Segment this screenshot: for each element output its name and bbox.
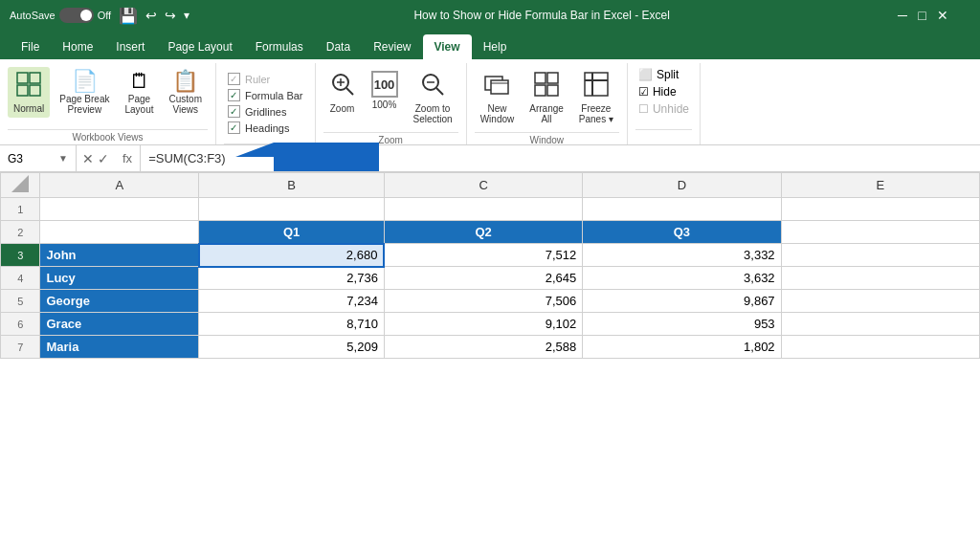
zoom-button[interactable]: Zoom — [323, 67, 362, 118]
cell-e5[interactable] — [781, 290, 979, 313]
ruler-label: Ruler — [245, 74, 270, 85]
cell-a3[interactable]: John — [40, 244, 199, 267]
cell-b6[interactable]: 8,710 — [199, 313, 385, 336]
cell-a5[interactable]: George — [40, 290, 199, 313]
page-layout-button[interactable]: 🗒 PageLayout — [120, 67, 160, 119]
cell-b2[interactable]: Q1 — [199, 221, 385, 244]
close-icon[interactable]: ✕ — [937, 8, 948, 23]
tab-formulas[interactable]: Formulas — [244, 34, 315, 59]
new-window-button[interactable]: NewWindow — [475, 67, 521, 128]
headings-checkbox[interactable]: ✓ — [228, 121, 240, 134]
normal-view-button[interactable]: Normal — [8, 67, 50, 118]
cell-b5[interactable]: 7,234 — [199, 290, 385, 313]
cancel-formula-icon[interactable]: ✕ — [82, 151, 94, 166]
page-break-preview-button[interactable]: 📄 Page BreakPreview — [54, 67, 115, 119]
new-window-icon — [483, 71, 510, 101]
col-header-d[interactable]: D — [583, 173, 781, 198]
cell-e6[interactable] — [781, 313, 979, 336]
cell-b7[interactable]: 5,209 — [199, 336, 385, 359]
title-bar: AutoSave Off 💾 ↩ ↪ ▾ How to Show or Hide… — [0, 0, 980, 31]
cell-c1[interactable] — [384, 198, 582, 221]
cell-d1[interactable] — [583, 198, 781, 221]
svg-rect-14 — [535, 73, 546, 83]
cell-d4[interactable]: 3,632 — [583, 267, 781, 290]
freeze-panes-label: FreezePanes ▾ — [579, 103, 613, 124]
table-row: 3 John 2,680 7,512 3,332 — [1, 244, 980, 267]
custom-views-button[interactable]: 📋 CustomViews — [164, 67, 208, 119]
unhide-label: Unhide — [653, 102, 689, 116]
cell-b4[interactable]: 2,736 — [199, 267, 385, 290]
cell-a6[interactable]: Grace — [40, 313, 199, 336]
svg-rect-1 — [30, 73, 40, 83]
cell-a2[interactable] — [40, 221, 199, 244]
cell-c2[interactable]: Q2 — [384, 221, 582, 244]
ruler-row[interactable]: ✓ Ruler — [228, 73, 303, 85]
autosave-toggle[interactable]: AutoSave Off — [10, 8, 111, 23]
maximize-icon[interactable]: □ — [918, 8, 925, 23]
cell-d6[interactable]: 953 — [583, 313, 781, 336]
hide-button[interactable]: ☑ Hide — [635, 84, 679, 99]
row-num-3: 3 — [1, 244, 40, 267]
cell-d7[interactable]: 1,802 — [583, 336, 781, 359]
svg-line-5 — [346, 88, 353, 95]
tab-data[interactable]: Data — [315, 34, 362, 59]
split-button[interactable]: ⬜ Split — [635, 67, 681, 82]
formula-bar-checkbox[interactable]: ✓ — [228, 89, 240, 101]
cell-a7[interactable]: Maria — [40, 336, 199, 359]
zoom-100-button[interactable]: 100 100% — [366, 67, 404, 114]
tab-review[interactable]: Review — [362, 34, 422, 59]
col-header-b[interactable]: B — [199, 173, 385, 198]
formula-bar-row[interactable]: ✓ Formula Bar — [228, 89, 303, 101]
svg-rect-2 — [17, 85, 28, 96]
zoom-icon — [329, 71, 356, 101]
save-icon[interactable]: 💾 — [119, 7, 138, 25]
zoom-group: Zoom 100 100% Zoom toSelection — [316, 63, 467, 144]
cell-e3[interactable] — [781, 244, 979, 267]
cell-b1[interactable] — [199, 198, 385, 221]
minimize-icon[interactable]: ─ — [898, 8, 907, 23]
cell-c4[interactable]: 2,645 — [384, 267, 582, 290]
col-header-e[interactable]: E — [781, 173, 979, 198]
svg-rect-3 — [30, 85, 40, 96]
autosave-switch[interactable] — [59, 8, 94, 23]
cell-a1[interactable] — [40, 198, 199, 221]
fx-label: fx — [115, 145, 141, 171]
unhide-button[interactable]: ☐ Unhide — [635, 101, 692, 117]
cell-c3[interactable]: 7,512 — [384, 244, 582, 267]
col-header-c[interactable]: C — [384, 173, 582, 198]
tab-file[interactable]: File — [10, 34, 51, 59]
name-box-dropdown[interactable]: ▼ — [58, 153, 68, 164]
gridlines-row[interactable]: ✓ Gridlines — [228, 105, 303, 118]
row-num-4: 4 — [1, 267, 40, 290]
undo-icon[interactable]: ↩ — [145, 8, 157, 23]
cell-d2[interactable]: Q3 — [583, 221, 781, 244]
tab-home[interactable]: Home — [51, 34, 104, 59]
cell-d3[interactable]: 3,332 — [583, 244, 781, 267]
col-header-a[interactable]: A — [40, 173, 199, 198]
cell-e4[interactable] — [781, 267, 979, 290]
cell-c5[interactable]: 7,506 — [384, 290, 582, 313]
arrange-all-button[interactable]: ArrangeAll — [523, 67, 569, 128]
zoom-to-selection-button[interactable]: Zoom toSelection — [408, 67, 458, 128]
headings-row[interactable]: ✓ Headings — [228, 121, 303, 134]
cell-d5[interactable]: 9,867 — [583, 290, 781, 313]
ruler-checkbox[interactable]: ✓ — [228, 73, 240, 85]
freeze-panes-button[interactable]: FreezePanes ▾ — [573, 67, 619, 128]
cell-e7[interactable] — [781, 336, 979, 359]
tab-view[interactable]: View — [423, 34, 472, 59]
gridlines-checkbox[interactable]: ✓ — [228, 105, 240, 118]
cell-e1[interactable] — [781, 198, 979, 221]
cell-e2[interactable] — [781, 221, 979, 244]
tab-page-layout[interactable]: Page Layout — [156, 34, 243, 59]
cell-c6[interactable]: 9,102 — [384, 313, 582, 336]
cell-c7[interactable]: 2,588 — [384, 336, 582, 359]
window-right-group: ⬜ Split ☑ Hide ☐ Unhide — [628, 63, 701, 144]
tab-help[interactable]: Help — [472, 34, 519, 59]
redo-icon[interactable]: ↪ — [165, 8, 176, 23]
svg-rect-18 — [585, 73, 608, 96]
confirm-formula-icon[interactable]: ✓ — [98, 151, 109, 166]
tab-insert[interactable]: Insert — [104, 34, 156, 59]
cell-b3[interactable]: 2,680 — [199, 244, 385, 267]
cell-a4[interactable]: Lucy — [40, 267, 199, 290]
name-box[interactable]: G3 ▼ — [0, 145, 77, 171]
